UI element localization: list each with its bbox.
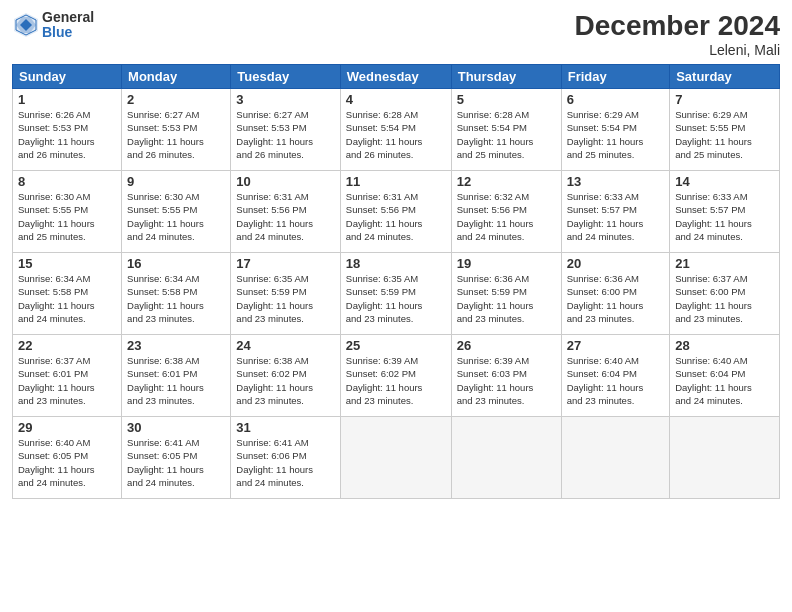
week-row-3: 15Sunrise: 6:34 AM Sunset: 5:58 PM Dayli… — [13, 253, 780, 335]
day-number: 10 — [236, 174, 334, 189]
day-info: Sunrise: 6:38 AM Sunset: 6:02 PM Dayligh… — [236, 354, 334, 407]
calendar-cell: 9Sunrise: 6:30 AM Sunset: 5:55 PM Daylig… — [122, 171, 231, 253]
calendar-cell: 8Sunrise: 6:30 AM Sunset: 5:55 PM Daylig… — [13, 171, 122, 253]
day-info: Sunrise: 6:35 AM Sunset: 5:59 PM Dayligh… — [346, 272, 446, 325]
day-number: 13 — [567, 174, 665, 189]
day-info: Sunrise: 6:40 AM Sunset: 6:04 PM Dayligh… — [567, 354, 665, 407]
day-number: 6 — [567, 92, 665, 107]
calendar-cell: 19Sunrise: 6:36 AM Sunset: 5:59 PM Dayli… — [451, 253, 561, 335]
header-saturday: Saturday — [670, 65, 780, 89]
calendar-cell: 1Sunrise: 6:26 AM Sunset: 5:53 PM Daylig… — [13, 89, 122, 171]
calendar-page: General Blue December 2024 Leleni, Mali … — [0, 0, 792, 612]
day-number: 20 — [567, 256, 665, 271]
day-number: 7 — [675, 92, 774, 107]
day-number: 21 — [675, 256, 774, 271]
header-thursday: Thursday — [451, 65, 561, 89]
calendar-cell: 31Sunrise: 6:41 AM Sunset: 6:06 PM Dayli… — [231, 417, 340, 499]
calendar-cell: 12Sunrise: 6:32 AM Sunset: 5:56 PM Dayli… — [451, 171, 561, 253]
day-number: 11 — [346, 174, 446, 189]
day-number: 2 — [127, 92, 225, 107]
calendar-table: Sunday Monday Tuesday Wednesday Thursday… — [12, 64, 780, 499]
day-info: Sunrise: 6:29 AM Sunset: 5:55 PM Dayligh… — [675, 108, 774, 161]
day-info: Sunrise: 6:41 AM Sunset: 6:05 PM Dayligh… — [127, 436, 225, 489]
calendar-cell: 22Sunrise: 6:37 AM Sunset: 6:01 PM Dayli… — [13, 335, 122, 417]
calendar-cell: 24Sunrise: 6:38 AM Sunset: 6:02 PM Dayli… — [231, 335, 340, 417]
calendar-cell — [670, 417, 780, 499]
day-number: 14 — [675, 174, 774, 189]
calendar-cell: 23Sunrise: 6:38 AM Sunset: 6:01 PM Dayli… — [122, 335, 231, 417]
location: Leleni, Mali — [575, 42, 780, 58]
calendar-cell: 26Sunrise: 6:39 AM Sunset: 6:03 PM Dayli… — [451, 335, 561, 417]
calendar-cell — [561, 417, 670, 499]
week-row-5: 29Sunrise: 6:40 AM Sunset: 6:05 PM Dayli… — [13, 417, 780, 499]
calendar-cell — [451, 417, 561, 499]
calendar-cell — [340, 417, 451, 499]
day-info: Sunrise: 6:28 AM Sunset: 5:54 PM Dayligh… — [457, 108, 556, 161]
day-number: 29 — [18, 420, 116, 435]
calendar-cell: 3Sunrise: 6:27 AM Sunset: 5:53 PM Daylig… — [231, 89, 340, 171]
day-number: 15 — [18, 256, 116, 271]
day-info: Sunrise: 6:33 AM Sunset: 5:57 PM Dayligh… — [675, 190, 774, 243]
day-info: Sunrise: 6:26 AM Sunset: 5:53 PM Dayligh… — [18, 108, 116, 161]
day-number: 1 — [18, 92, 116, 107]
day-number: 28 — [675, 338, 774, 353]
day-number: 19 — [457, 256, 556, 271]
day-number: 5 — [457, 92, 556, 107]
week-row-2: 8Sunrise: 6:30 AM Sunset: 5:55 PM Daylig… — [13, 171, 780, 253]
day-number: 3 — [236, 92, 334, 107]
header-tuesday: Tuesday — [231, 65, 340, 89]
day-info: Sunrise: 6:30 AM Sunset: 5:55 PM Dayligh… — [127, 190, 225, 243]
day-number: 4 — [346, 92, 446, 107]
day-info: Sunrise: 6:32 AM Sunset: 5:56 PM Dayligh… — [457, 190, 556, 243]
day-info: Sunrise: 6:27 AM Sunset: 5:53 PM Dayligh… — [236, 108, 334, 161]
calendar-cell: 10Sunrise: 6:31 AM Sunset: 5:56 PM Dayli… — [231, 171, 340, 253]
calendar-cell: 27Sunrise: 6:40 AM Sunset: 6:04 PM Dayli… — [561, 335, 670, 417]
header: General Blue December 2024 Leleni, Mali — [12, 10, 780, 58]
day-info: Sunrise: 6:29 AM Sunset: 5:54 PM Dayligh… — [567, 108, 665, 161]
day-number: 26 — [457, 338, 556, 353]
day-info: Sunrise: 6:38 AM Sunset: 6:01 PM Dayligh… — [127, 354, 225, 407]
calendar-cell: 16Sunrise: 6:34 AM Sunset: 5:58 PM Dayli… — [122, 253, 231, 335]
month-title: December 2024 — [575, 10, 780, 42]
week-row-4: 22Sunrise: 6:37 AM Sunset: 6:01 PM Dayli… — [13, 335, 780, 417]
day-number: 24 — [236, 338, 334, 353]
day-number: 22 — [18, 338, 116, 353]
calendar-cell: 13Sunrise: 6:33 AM Sunset: 5:57 PM Dayli… — [561, 171, 670, 253]
calendar-cell: 30Sunrise: 6:41 AM Sunset: 6:05 PM Dayli… — [122, 417, 231, 499]
calendar-cell: 25Sunrise: 6:39 AM Sunset: 6:02 PM Dayli… — [340, 335, 451, 417]
day-info: Sunrise: 6:27 AM Sunset: 5:53 PM Dayligh… — [127, 108, 225, 161]
logo-text: General Blue — [42, 10, 94, 41]
day-info: Sunrise: 6:37 AM Sunset: 6:01 PM Dayligh… — [18, 354, 116, 407]
day-info: Sunrise: 6:33 AM Sunset: 5:57 PM Dayligh… — [567, 190, 665, 243]
day-number: 18 — [346, 256, 446, 271]
day-info: Sunrise: 6:36 AM Sunset: 5:59 PM Dayligh… — [457, 272, 556, 325]
day-info: Sunrise: 6:31 AM Sunset: 5:56 PM Dayligh… — [346, 190, 446, 243]
day-info: Sunrise: 6:39 AM Sunset: 6:03 PM Dayligh… — [457, 354, 556, 407]
header-sunday: Sunday — [13, 65, 122, 89]
week-row-1: 1Sunrise: 6:26 AM Sunset: 5:53 PM Daylig… — [13, 89, 780, 171]
day-info: Sunrise: 6:39 AM Sunset: 6:02 PM Dayligh… — [346, 354, 446, 407]
day-info: Sunrise: 6:41 AM Sunset: 6:06 PM Dayligh… — [236, 436, 334, 489]
day-number: 9 — [127, 174, 225, 189]
day-number: 25 — [346, 338, 446, 353]
header-friday: Friday — [561, 65, 670, 89]
calendar-cell: 6Sunrise: 6:29 AM Sunset: 5:54 PM Daylig… — [561, 89, 670, 171]
day-number: 27 — [567, 338, 665, 353]
day-number: 30 — [127, 420, 225, 435]
calendar-cell: 5Sunrise: 6:28 AM Sunset: 5:54 PM Daylig… — [451, 89, 561, 171]
calendar-cell: 11Sunrise: 6:31 AM Sunset: 5:56 PM Dayli… — [340, 171, 451, 253]
day-number: 16 — [127, 256, 225, 271]
calendar-cell: 14Sunrise: 6:33 AM Sunset: 5:57 PM Dayli… — [670, 171, 780, 253]
calendar-cell: 4Sunrise: 6:28 AM Sunset: 5:54 PM Daylig… — [340, 89, 451, 171]
logo: General Blue — [12, 10, 94, 41]
calendar-cell: 7Sunrise: 6:29 AM Sunset: 5:55 PM Daylig… — [670, 89, 780, 171]
title-area: December 2024 Leleni, Mali — [575, 10, 780, 58]
calendar-cell: 18Sunrise: 6:35 AM Sunset: 5:59 PM Dayli… — [340, 253, 451, 335]
day-number: 12 — [457, 174, 556, 189]
day-info: Sunrise: 6:28 AM Sunset: 5:54 PM Dayligh… — [346, 108, 446, 161]
day-number: 31 — [236, 420, 334, 435]
calendar-cell: 21Sunrise: 6:37 AM Sunset: 6:00 PM Dayli… — [670, 253, 780, 335]
calendar-cell: 29Sunrise: 6:40 AM Sunset: 6:05 PM Dayli… — [13, 417, 122, 499]
calendar-cell: 28Sunrise: 6:40 AM Sunset: 6:04 PM Dayli… — [670, 335, 780, 417]
day-info: Sunrise: 6:30 AM Sunset: 5:55 PM Dayligh… — [18, 190, 116, 243]
